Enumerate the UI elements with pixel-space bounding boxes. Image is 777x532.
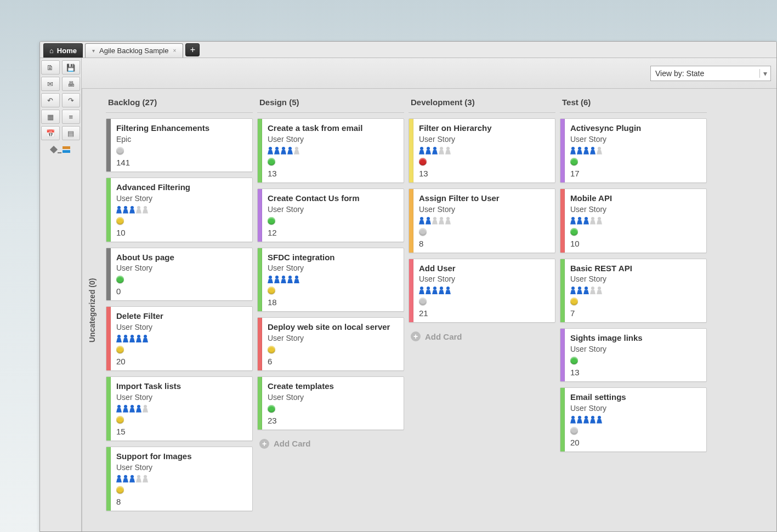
add-card-label: Add Card xyxy=(274,439,311,448)
view-by-select[interactable]: View by: State ▾ xyxy=(650,66,771,81)
card[interactable]: Deploy web site on local serverUser Stor… xyxy=(257,317,404,371)
grid-view-button[interactable]: ▦ xyxy=(41,110,60,124)
uncategorized-lane[interactable]: Uncategorized (0) xyxy=(82,89,101,531)
person-icon xyxy=(583,287,589,294)
card[interactable]: Sights image linksUser Story13 xyxy=(560,328,707,382)
person-icon xyxy=(123,475,128,483)
card-points: 6 xyxy=(268,357,398,366)
card-status-row xyxy=(570,357,701,364)
undo-button[interactable]: ↶ xyxy=(41,93,60,107)
card-people xyxy=(419,287,549,294)
card-people xyxy=(116,335,247,342)
person-icon xyxy=(445,147,451,155)
tab-menu-icon[interactable]: ▾ xyxy=(91,48,96,54)
card-points: 141 xyxy=(116,158,247,167)
card-people xyxy=(570,147,701,155)
card[interactable]: About Us pageUser Story0 xyxy=(106,248,253,301)
card[interactable]: Filter on HierarchyUser Story13 xyxy=(409,118,555,183)
card-body: Mobile APIUser Story10 xyxy=(565,189,706,253)
legend-icon[interactable]: ⎯ xyxy=(51,146,70,153)
card-type: User Story xyxy=(570,404,701,413)
add-tab-button[interactable]: + xyxy=(185,43,200,56)
card[interactable]: Filtering EnhancementsEpic141 xyxy=(106,118,253,172)
status-dot xyxy=(570,158,578,165)
close-icon[interactable]: × xyxy=(172,48,177,54)
card-body: Email settingsUser Story20 xyxy=(565,388,706,451)
card-type: User Story xyxy=(116,194,247,203)
card-stripe xyxy=(258,377,262,430)
person-icon xyxy=(590,147,595,155)
card-title: Basic REST API xyxy=(570,264,701,274)
card[interactable]: Create a task from emailUser Story13 xyxy=(257,118,404,183)
redo-button[interactable]: ↷ xyxy=(62,93,81,107)
card-type: User Story xyxy=(570,205,701,214)
card-title: Create templates xyxy=(268,381,398,392)
person-icon xyxy=(426,147,431,155)
card[interactable]: Activesync PluginUser Story17 xyxy=(560,118,707,183)
card[interactable]: Delete FilterUser Story20 xyxy=(106,306,253,371)
card[interactable]: Support for ImagesUser Story8 xyxy=(106,447,253,511)
card[interactable]: SFDC integrationUser Story18 xyxy=(257,248,404,312)
card[interactable]: Import Task listsUser Story15 xyxy=(106,376,253,441)
person-icon xyxy=(577,147,582,155)
card-stripe xyxy=(258,119,262,182)
app-window: ⌂ Home ▾ Agile Backlog Sample × + 🗎 💾 ✉ … xyxy=(39,41,777,532)
card-status-row xyxy=(116,276,247,283)
person-icon xyxy=(590,217,595,225)
card[interactable]: Add UserUser Story21 xyxy=(409,259,555,323)
card[interactable]: Basic REST APIUser Story7 xyxy=(560,259,707,323)
status-dot xyxy=(419,298,427,305)
tab-home-label: Home xyxy=(57,47,77,55)
column-header[interactable]: Development (3) xyxy=(409,94,555,113)
new-doc-button[interactable]: 🗎 xyxy=(41,60,60,75)
card[interactable]: Email settingsUser Story20 xyxy=(560,387,707,452)
column-header[interactable]: Test (6) xyxy=(560,94,707,113)
card[interactable]: Mobile APIUser Story10 xyxy=(560,188,707,253)
person-icon xyxy=(129,206,135,214)
add-card-button[interactable]: +Add Card xyxy=(409,328,555,345)
card-body: About Us pageUser Story0 xyxy=(111,248,252,301)
calendar-button[interactable]: 📅 xyxy=(41,126,60,140)
card-body: Assign Filter to UserUser Story8 xyxy=(413,189,555,253)
person-icon xyxy=(129,335,135,342)
person-icon xyxy=(274,147,280,155)
person-icon xyxy=(583,217,589,225)
tab-document[interactable]: ▾ Agile Backlog Sample × xyxy=(85,43,183,58)
card-title: Create a task from email xyxy=(268,123,398,134)
column-header[interactable]: Design (5) xyxy=(257,94,404,113)
card-points: 8 xyxy=(419,239,549,248)
card-body: Activesync PluginUser Story17 xyxy=(565,119,706,182)
person-icon xyxy=(445,217,451,225)
card-body: Sights image linksUser Story13 xyxy=(565,329,706,381)
tab-home[interactable]: ⌂ Home xyxy=(43,43,83,58)
card[interactable]: Assign Filter to UserUser Story8 xyxy=(409,188,555,253)
card[interactable]: Advanced FilteringUser Story10 xyxy=(106,178,253,242)
sliders-button[interactable]: ≡ xyxy=(62,110,81,124)
card-title: Advanced Filtering xyxy=(116,182,247,193)
card-body: Import Task listsUser Story15 xyxy=(111,377,252,441)
add-card-button[interactable]: +Add Card xyxy=(257,436,404,452)
card-view-button[interactable]: ▤ xyxy=(62,126,81,140)
card-points: 10 xyxy=(116,228,247,237)
column-header[interactable]: Backlog (27) xyxy=(106,94,253,113)
person-icon xyxy=(439,147,444,155)
card-status-row xyxy=(570,228,701,236)
person-icon xyxy=(432,147,438,155)
card-title: Assign Filter to User xyxy=(419,193,549,204)
card[interactable]: Create Contact Us formUser Story12 xyxy=(257,188,404,242)
card[interactable]: Create templatesUser Story23 xyxy=(257,376,404,430)
card-people xyxy=(570,287,701,294)
card-status-row xyxy=(268,217,398,225)
card-type: Epic xyxy=(116,135,247,144)
card-status-row xyxy=(116,147,247,155)
mail-button[interactable]: ✉ xyxy=(41,77,60,91)
status-dot xyxy=(419,228,427,236)
print-button[interactable]: 🖶 xyxy=(62,77,81,91)
card-people xyxy=(570,416,701,424)
card-stripe xyxy=(106,377,111,441)
person-icon xyxy=(426,287,431,294)
person-icon xyxy=(570,287,576,294)
save-button[interactable]: 💾 xyxy=(62,60,81,75)
status-dot xyxy=(570,357,578,364)
status-dot xyxy=(570,228,578,236)
